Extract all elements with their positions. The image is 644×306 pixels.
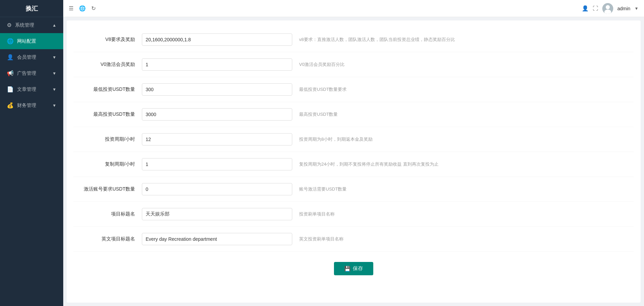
- input-max-invest[interactable]: [142, 108, 292, 121]
- form-row-min-invest: 最低投资USDT数量 最低投资USDT数量要求: [73, 77, 634, 102]
- hint-min-invest: 最低投资USDT数量要求: [299, 86, 627, 93]
- sidebar-label-system: 系统管理: [15, 22, 34, 28]
- input-wrap-v0-reward: [142, 58, 292, 71]
- form-row-v0-reward: V0激活会员奖励 V0激活会员奖励百分比: [73, 52, 634, 77]
- hint-project-title-en: 英文投资刷单项目名称: [299, 236, 627, 242]
- form-row-project-title-cn: 项目标题名 投资刷单项目名称: [73, 202, 634, 227]
- topbar: ☰ 🌐 ↻ 👤 ⛶ admin ▼: [63, 0, 644, 17]
- input-wrap-reinvest-cycle: [142, 158, 292, 170]
- app-logo: 换汇: [0, 0, 63, 17]
- chevron-down-icon-articles: ▼: [52, 87, 56, 92]
- input-wrap-min-invest: [142, 83, 292, 96]
- sidebar-item-ads[interactable]: 📢 广告管理 ▼: [0, 65, 63, 81]
- input-project-title-en[interactable]: [142, 233, 292, 245]
- input-project-title-cn[interactable]: [142, 208, 292, 220]
- form-row-invest-cycle: 投资周期/小时 投资周期为8小时，到期返本金及奖励: [73, 127, 634, 152]
- user-nav-icon[interactable]: 👤: [582, 5, 589, 12]
- hint-reinvest-cycle: 复投周期为24小时，到期不复投将停止所有奖励收益 直到再次复投为止: [299, 161, 627, 167]
- chevron-down-icon-ads: ▼: [52, 71, 56, 76]
- chevron-down-icon-finance: ▼: [52, 103, 56, 108]
- hint-max-invest: 最高投资USDT数量: [299, 111, 627, 117]
- label-activate-usdt: 激活账号要求USDT数量: [80, 186, 142, 192]
- input-min-invest[interactable]: [142, 83, 292, 96]
- form-content: V8要求及奖励 v8要求：直推激活人数，团队激活人数，团队当前投资总业绩，静态奖…: [67, 20, 641, 303]
- menu-icon[interactable]: ☰: [69, 5, 73, 12]
- user-icon: 👤: [7, 54, 14, 60]
- topbar-left: ☰ 🌐 ↻: [69, 5, 96, 12]
- avatar: [602, 3, 613, 14]
- ad-icon: 📢: [7, 70, 14, 76]
- sidebar-item-members[interactable]: 👤 会员管理 ▼: [0, 49, 63, 65]
- form-row-reinvest-cycle: 复制周期/小时 复投周期为24小时，到期不复投将停止所有奖励收益 直到再次复投为…: [73, 152, 634, 177]
- hint-invest-cycle: 投资周期为8小时，到期返本金及奖励: [299, 136, 627, 142]
- sidebar-item-system[interactable]: ⚙ 系统管理 ▲: [0, 17, 63, 33]
- label-project-title-cn: 项目标题名: [80, 211, 142, 217]
- sidebar-label-finance: 财务管理: [17, 102, 36, 109]
- hint-v0-reward: V0激活会员奖励百分比: [299, 61, 627, 68]
- globe-nav-icon[interactable]: 🌐: [79, 5, 86, 12]
- sidebar-menu: ⚙ 系统管理 ▲ 🌐 网站配置 👤 会员管理 ▼ 📢 广告管理 ▼: [0, 17, 63, 306]
- form-row-activate-usdt: 激活账号要求USDT数量 账号激活需要USDT数量: [73, 177, 634, 202]
- input-activate-usdt[interactable]: [142, 183, 292, 195]
- input-invest-cycle[interactable]: [142, 133, 292, 145]
- globe-icon: 🌐: [7, 38, 14, 44]
- input-wrap-max-invest: [142, 108, 292, 121]
- label-project-title-en: 英文项目标题名: [80, 236, 142, 242]
- sidebar-item-website[interactable]: 🌐 网站配置: [0, 33, 63, 49]
- gear-icon: ⚙: [7, 22, 12, 28]
- svg-point-1: [606, 5, 610, 9]
- form-section: V8要求及奖励 v8要求：直推激活人数，团队激活人数，团队当前投资总业绩，静态奖…: [67, 27, 641, 252]
- chevron-down-icon: ▼: [52, 55, 56, 60]
- refresh-icon[interactable]: ↻: [91, 5, 96, 12]
- save-area: 💾 保存: [67, 252, 641, 282]
- input-wrap-invest-cycle: [142, 133, 292, 145]
- sidebar-item-articles[interactable]: 📄 文章管理 ▼: [0, 81, 63, 97]
- topbar-right: 👤 ⛶ admin ▼: [582, 3, 639, 14]
- hint-project-title-cn: 投资刷单项目名称: [299, 211, 627, 217]
- hint-v8-reward: v8要求：直推激活人数，团队激活人数，团队当前投资总业绩，静态奖励百分比: [299, 37, 627, 43]
- label-max-invest: 最高投资USDT数量: [80, 111, 142, 117]
- admin-name[interactable]: admin: [617, 6, 630, 11]
- label-v8-reward: V8要求及奖励: [80, 37, 142, 43]
- input-wrap-project-title-cn: [142, 208, 292, 220]
- finance-icon: 💰: [7, 102, 14, 109]
- form-row-v8-reward: V8要求及奖励 v8要求：直推激活人数，团队激活人数，团队当前投资总业绩，静态奖…: [73, 27, 634, 52]
- article-icon: 📄: [7, 86, 14, 93]
- save-label: 保存: [353, 265, 363, 272]
- input-v0-reward[interactable]: [142, 58, 292, 71]
- app-title: 换汇: [26, 4, 38, 13]
- label-invest-cycle: 投资周期/小时: [80, 136, 142, 142]
- input-reinvest-cycle[interactable]: [142, 158, 292, 170]
- sidebar-label-articles: 文章管理: [17, 86, 36, 93]
- input-wrap-activate-usdt: [142, 183, 292, 195]
- save-icon: 💾: [344, 266, 351, 272]
- label-min-invest: 最低投资USDT数量: [80, 86, 142, 93]
- input-v8-reward[interactable]: [142, 33, 292, 46]
- main-content: ☰ 🌐 ↻ 👤 ⛶ admin ▼ V8要求及奖励 v8要求：直推激活人数，团队…: [63, 0, 644, 306]
- sidebar-label-members: 会员管理: [17, 54, 36, 60]
- sidebar-label-ads: 广告管理: [17, 70, 36, 76]
- chevron-up-icon: ▲: [52, 23, 56, 28]
- save-button[interactable]: 💾 保存: [334, 262, 373, 275]
- admin-dropdown-icon[interactable]: ▼: [634, 6, 639, 11]
- fullscreen-icon[interactable]: ⛶: [593, 5, 598, 12]
- label-v0-reward: V0激活会员奖励: [80, 61, 142, 68]
- sidebar: 换汇 ⚙ 系统管理 ▲ 🌐 网站配置 👤 会员管理 ▼ 📢: [0, 0, 63, 306]
- input-wrap-project-title-en: [142, 233, 292, 245]
- sidebar-item-finance[interactable]: 💰 财务管理 ▼: [0, 97, 63, 113]
- form-row-max-invest: 最高投资USDT数量 最高投资USDT数量: [73, 102, 634, 127]
- hint-activate-usdt: 账号激活需要USDT数量: [299, 186, 627, 192]
- label-reinvest-cycle: 复制周期/小时: [80, 161, 142, 167]
- input-wrap-v8-reward: [142, 33, 292, 46]
- sidebar-label-website: 网站配置: [17, 38, 36, 44]
- form-row-project-title-en: 英文项目标题名 英文投资刷单项目名称: [73, 227, 634, 252]
